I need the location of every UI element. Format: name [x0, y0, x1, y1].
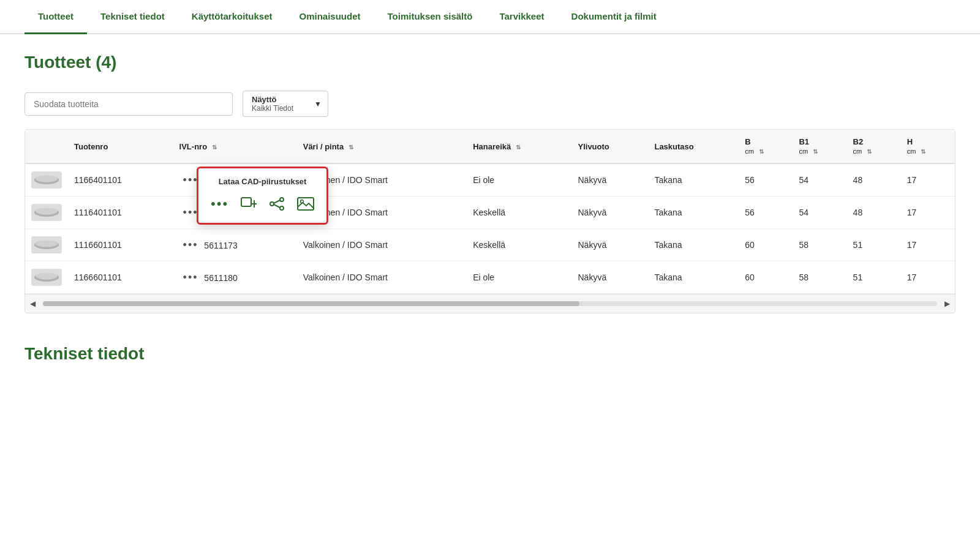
nav-item-toimitus[interactable]: Toimituksen sisältö: [374, 0, 486, 34]
nav-item-ominaisuudet[interactable]: Ominaisuudet: [286, 0, 374, 34]
nav-item-tarvikkeet[interactable]: Tarvikkeet: [486, 0, 557, 34]
naytto-sublabel: Kaikki Tiedot: [252, 104, 319, 113]
cell-hanareika: Ei ole: [467, 261, 571, 294]
cell-b1: 54: [793, 197, 846, 229]
cell-ylivuoto: Näkyvä: [572, 229, 649, 261]
cad-popup: Lataa CAD-piirustukset •••: [197, 167, 328, 225]
col-h: Hcm ⇅: [901, 130, 955, 163]
sort-arrows-vari[interactable]: ⇅: [349, 144, 353, 151]
product-thumbnail: [31, 171, 62, 189]
cell-tuotenro: 1166601101: [68, 261, 173, 294]
col-ivl: IVL-nro ⇅: [173, 130, 297, 163]
svg-rect-0: [241, 198, 251, 206]
table-row: 1166401101•••Valkoinen / IDO SmartEi ole…: [25, 163, 955, 197]
nav-bar: Tuotteet Tekniset tiedot Käyttötarkoituk…: [0, 0, 980, 34]
row-more-button[interactable]: •••: [179, 238, 202, 253]
svg-point-5: [280, 206, 284, 210]
svg-line-7: [274, 204, 280, 208]
cell-b1: 58: [793, 261, 846, 294]
col-tuotenro: Tuotenro: [68, 130, 173, 163]
sort-arrows-ivl[interactable]: ⇅: [212, 144, 217, 151]
popup-add-icon-button[interactable]: [238, 195, 259, 213]
product-image-cell: [25, 163, 68, 197]
chevron-down-icon: ▼: [314, 100, 322, 108]
cell-b1: 58: [793, 229, 846, 261]
cell-tuotenro: 1116401101: [68, 197, 173, 229]
cell-hanareika: Keskellä: [467, 197, 571, 229]
popup-title: Lataa CAD-piirustukset: [208, 177, 317, 186]
svg-point-15: [36, 241, 58, 247]
section-tekniset-title: Tekniset tiedot: [24, 344, 956, 364]
sort-arrows-b2[interactable]: ⇅: [867, 148, 872, 155]
toolbar: Näyttö Kaikki Tiedot ▼: [24, 91, 956, 117]
svg-line-6: [274, 200, 280, 203]
cell-b: 56: [739, 163, 793, 197]
nav-item-tekniset[interactable]: Tekniset tiedot: [87, 0, 178, 34]
sort-arrows-b1[interactable]: ⇅: [813, 148, 818, 155]
col-ylivuoto: Ylivuoto: [572, 130, 649, 163]
table-row: 1116601101••• 5611173Valkoinen / IDO Sma…: [25, 229, 955, 261]
svg-point-11: [36, 176, 58, 182]
cell-b2: 51: [847, 229, 901, 261]
sort-arrows-hanareika[interactable]: ⇅: [516, 144, 521, 151]
nav-item-dokumentit[interactable]: Dokumentit ja filmit: [558, 0, 670, 34]
cell-h: 17: [901, 229, 955, 261]
cell-h: 17: [901, 197, 955, 229]
product-thumbnail: [31, 269, 62, 286]
col-b1: B1cm ⇅: [793, 130, 846, 163]
cell-b2: 48: [847, 163, 901, 197]
horizontal-scrollbar[interactable]: ◀ ▶: [25, 294, 955, 313]
popup-share-icon-button[interactable]: [266, 195, 287, 213]
page-title: Tuotteet (4): [24, 53, 956, 72]
sort-arrows-h[interactable]: ⇅: [921, 148, 925, 155]
product-thumbnail: [31, 204, 62, 221]
cell-hanareika: Ei ole: [467, 163, 571, 197]
naytto-dropdown[interactable]: Näyttö Kaikki Tiedot ▼: [243, 91, 328, 117]
scrollbar-track[interactable]: [43, 301, 937, 306]
cell-b2: 48: [847, 197, 901, 229]
popup-icons-row: •••: [208, 193, 317, 214]
svg-point-3: [270, 202, 274, 206]
cell-b: 60: [739, 261, 793, 294]
ivl-nro-value: 5611173: [202, 241, 237, 250]
cell-ylivuoto: Näkyvä: [572, 197, 649, 229]
cell-laskutaso: Takana: [648, 163, 739, 197]
cell-tuotenro: 1166401101: [68, 163, 173, 197]
cell-hanareika: Keskellä: [467, 229, 571, 261]
product-thumbnail: [31, 236, 62, 253]
nav-item-tuotteet[interactable]: Tuotteet: [24, 0, 87, 34]
cell-vari: Valkoinen / IDO Smart: [297, 229, 467, 261]
cell-b2: 51: [847, 261, 901, 294]
filter-input[interactable]: [24, 92, 233, 116]
cell-laskutaso: Takana: [648, 229, 739, 261]
cell-b: 60: [739, 229, 793, 261]
col-vari: Väri / pinta ⇅: [297, 130, 467, 163]
row-more-button[interactable]: •••: [179, 270, 202, 285]
products-table-wrapper: Lataa CAD-piirustukset •••: [24, 129, 956, 313]
scrollbar-thumb[interactable]: [43, 301, 579, 306]
table-row: 1116401101•••Valkoinen / IDO SmartKeskel…: [25, 197, 955, 229]
scroll-right-arrow[interactable]: ▶: [940, 297, 955, 310]
popup-more-button[interactable]: •••: [208, 193, 231, 214]
col-b: Bcm ⇅: [739, 130, 793, 163]
svg-point-13: [36, 208, 58, 215]
table-header-row: Tuotenro IVL-nro ⇅ Väri / pinta ⇅ Hanare…: [25, 130, 955, 163]
table-row: 1166601101••• 5611180Valkoinen / IDO Sma…: [25, 261, 955, 294]
products-table: Tuotenro IVL-nro ⇅ Väri / pinta ⇅ Hanare…: [25, 130, 955, 294]
cell-b: 56: [739, 197, 793, 229]
cell-vari: Valkoinen / IDO Smart: [297, 261, 467, 294]
popup-image-icon-button[interactable]: [295, 195, 317, 213]
product-image-cell: [25, 197, 68, 229]
col-b2: B2cm ⇅: [847, 130, 901, 163]
product-image-cell: [25, 229, 68, 261]
ivl-nro-value: 5611180: [202, 273, 237, 283]
cell-laskutaso: Takana: [648, 197, 739, 229]
svg-point-17: [36, 273, 58, 280]
col-img: [25, 130, 68, 163]
svg-rect-8: [298, 198, 314, 210]
sort-arrows-b[interactable]: ⇅: [759, 148, 764, 155]
nav-item-kaytto[interactable]: Käyttötarkoitukset: [178, 0, 286, 34]
cell-ylivuoto: Näkyvä: [572, 261, 649, 294]
scroll-left-arrow[interactable]: ◀: [25, 297, 40, 310]
col-hanareika: Hanareikä ⇅: [467, 130, 571, 163]
